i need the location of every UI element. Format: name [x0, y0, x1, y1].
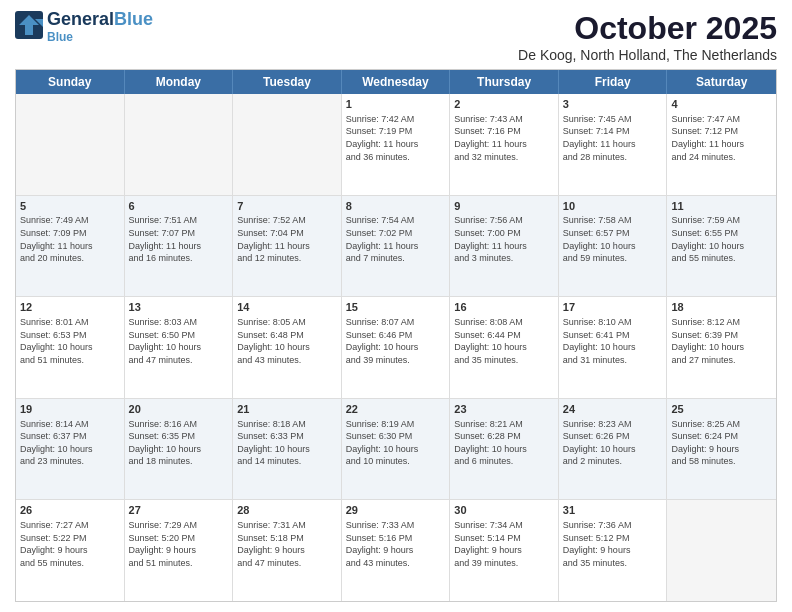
calendar-cell: 13Sunrise: 8:03 AM Sunset: 6:50 PM Dayli… — [125, 297, 234, 398]
day-content: Sunrise: 8:25 AM Sunset: 6:24 PM Dayligh… — [671, 418, 772, 468]
calendar-cell: 24Sunrise: 8:23 AM Sunset: 6:26 PM Dayli… — [559, 399, 668, 500]
day-number: 26 — [20, 503, 120, 518]
calendar: Sunday Monday Tuesday Wednesday Thursday… — [15, 69, 777, 602]
header-friday: Friday — [559, 70, 668, 94]
calendar-row-2: 12Sunrise: 8:01 AM Sunset: 6:53 PM Dayli… — [16, 296, 776, 398]
logo-name: GeneralBlue — [47, 10, 153, 30]
day-number: 22 — [346, 402, 446, 417]
calendar-cell: 30Sunrise: 7:34 AM Sunset: 5:14 PM Dayli… — [450, 500, 559, 601]
day-number: 7 — [237, 199, 337, 214]
main-title: October 2025 — [518, 10, 777, 47]
calendar-row-3: 19Sunrise: 8:14 AM Sunset: 6:37 PM Dayli… — [16, 398, 776, 500]
logo: GeneralBlue Blue — [15, 10, 153, 44]
calendar-cell: 18Sunrise: 8:12 AM Sunset: 6:39 PM Dayli… — [667, 297, 776, 398]
calendar-cell: 20Sunrise: 8:16 AM Sunset: 6:35 PM Dayli… — [125, 399, 234, 500]
calendar-cell: 11Sunrise: 7:59 AM Sunset: 6:55 PM Dayli… — [667, 196, 776, 297]
calendar-cell: 19Sunrise: 8:14 AM Sunset: 6:37 PM Dayli… — [16, 399, 125, 500]
day-content: Sunrise: 8:12 AM Sunset: 6:39 PM Dayligh… — [671, 316, 772, 366]
day-content: Sunrise: 7:54 AM Sunset: 7:02 PM Dayligh… — [346, 214, 446, 264]
title-block: October 2025 De Koog, North Holland, The… — [518, 10, 777, 63]
calendar-cell: 1Sunrise: 7:42 AM Sunset: 7:19 PM Daylig… — [342, 94, 451, 195]
day-content: Sunrise: 7:47 AM Sunset: 7:12 PM Dayligh… — [671, 113, 772, 163]
day-content: Sunrise: 7:29 AM Sunset: 5:20 PM Dayligh… — [129, 519, 229, 569]
calendar-cell: 22Sunrise: 8:19 AM Sunset: 6:30 PM Dayli… — [342, 399, 451, 500]
day-content: Sunrise: 7:42 AM Sunset: 7:19 PM Dayligh… — [346, 113, 446, 163]
day-number: 14 — [237, 300, 337, 315]
calendar-cell — [16, 94, 125, 195]
day-content: Sunrise: 8:10 AM Sunset: 6:41 PM Dayligh… — [563, 316, 663, 366]
header-sunday: Sunday — [16, 70, 125, 94]
logo-tagline: Blue — [47, 30, 153, 44]
header-wednesday: Wednesday — [342, 70, 451, 94]
calendar-cell — [233, 94, 342, 195]
day-number: 29 — [346, 503, 446, 518]
calendar-cell: 12Sunrise: 8:01 AM Sunset: 6:53 PM Dayli… — [16, 297, 125, 398]
day-content: Sunrise: 7:52 AM Sunset: 7:04 PM Dayligh… — [237, 214, 337, 264]
calendar-cell: 2Sunrise: 7:43 AM Sunset: 7:16 PM Daylig… — [450, 94, 559, 195]
day-number: 13 — [129, 300, 229, 315]
header-monday: Monday — [125, 70, 234, 94]
calendar-cell: 27Sunrise: 7:29 AM Sunset: 5:20 PM Dayli… — [125, 500, 234, 601]
calendar-cell: 6Sunrise: 7:51 AM Sunset: 7:07 PM Daylig… — [125, 196, 234, 297]
calendar-cell: 28Sunrise: 7:31 AM Sunset: 5:18 PM Dayli… — [233, 500, 342, 601]
day-content: Sunrise: 7:33 AM Sunset: 5:16 PM Dayligh… — [346, 519, 446, 569]
day-content: Sunrise: 8:08 AM Sunset: 6:44 PM Dayligh… — [454, 316, 554, 366]
calendar-body: 1Sunrise: 7:42 AM Sunset: 7:19 PM Daylig… — [16, 94, 776, 601]
day-number: 30 — [454, 503, 554, 518]
day-content: Sunrise: 7:56 AM Sunset: 7:00 PM Dayligh… — [454, 214, 554, 264]
calendar-cell: 17Sunrise: 8:10 AM Sunset: 6:41 PM Dayli… — [559, 297, 668, 398]
day-number: 31 — [563, 503, 663, 518]
day-number: 12 — [20, 300, 120, 315]
day-content: Sunrise: 7:43 AM Sunset: 7:16 PM Dayligh… — [454, 113, 554, 163]
day-content: Sunrise: 8:07 AM Sunset: 6:46 PM Dayligh… — [346, 316, 446, 366]
calendar-header-row: Sunday Monday Tuesday Wednesday Thursday… — [16, 70, 776, 94]
day-number: 28 — [237, 503, 337, 518]
day-content: Sunrise: 7:36 AM Sunset: 5:12 PM Dayligh… — [563, 519, 663, 569]
day-number: 23 — [454, 402, 554, 417]
day-number: 24 — [563, 402, 663, 417]
header-tuesday: Tuesday — [233, 70, 342, 94]
day-number: 9 — [454, 199, 554, 214]
day-number: 2 — [454, 97, 554, 112]
day-content: Sunrise: 8:18 AM Sunset: 6:33 PM Dayligh… — [237, 418, 337, 468]
calendar-cell: 10Sunrise: 7:58 AM Sunset: 6:57 PM Dayli… — [559, 196, 668, 297]
day-content: Sunrise: 8:14 AM Sunset: 6:37 PM Dayligh… — [20, 418, 120, 468]
day-number: 21 — [237, 402, 337, 417]
day-content: Sunrise: 8:05 AM Sunset: 6:48 PM Dayligh… — [237, 316, 337, 366]
day-content: Sunrise: 7:49 AM Sunset: 7:09 PM Dayligh… — [20, 214, 120, 264]
calendar-cell: 8Sunrise: 7:54 AM Sunset: 7:02 PM Daylig… — [342, 196, 451, 297]
page: GeneralBlue Blue October 2025 De Koog, N… — [0, 0, 792, 612]
calendar-cell: 9Sunrise: 7:56 AM Sunset: 7:00 PM Daylig… — [450, 196, 559, 297]
calendar-cell: 31Sunrise: 7:36 AM Sunset: 5:12 PM Dayli… — [559, 500, 668, 601]
logo-icon — [15, 11, 43, 43]
day-number: 5 — [20, 199, 120, 214]
calendar-cell: 26Sunrise: 7:27 AM Sunset: 5:22 PM Dayli… — [16, 500, 125, 601]
header: GeneralBlue Blue October 2025 De Koog, N… — [15, 10, 777, 63]
day-number: 10 — [563, 199, 663, 214]
day-content: Sunrise: 7:27 AM Sunset: 5:22 PM Dayligh… — [20, 519, 120, 569]
day-content: Sunrise: 7:51 AM Sunset: 7:07 PM Dayligh… — [129, 214, 229, 264]
day-content: Sunrise: 8:21 AM Sunset: 6:28 PM Dayligh… — [454, 418, 554, 468]
header-thursday: Thursday — [450, 70, 559, 94]
calendar-cell: 15Sunrise: 8:07 AM Sunset: 6:46 PM Dayli… — [342, 297, 451, 398]
day-content: Sunrise: 8:19 AM Sunset: 6:30 PM Dayligh… — [346, 418, 446, 468]
calendar-cell — [667, 500, 776, 601]
day-content: Sunrise: 7:59 AM Sunset: 6:55 PM Dayligh… — [671, 214, 772, 264]
day-number: 19 — [20, 402, 120, 417]
day-number: 27 — [129, 503, 229, 518]
calendar-cell: 29Sunrise: 7:33 AM Sunset: 5:16 PM Dayli… — [342, 500, 451, 601]
day-number: 17 — [563, 300, 663, 315]
day-content: Sunrise: 8:01 AM Sunset: 6:53 PM Dayligh… — [20, 316, 120, 366]
day-number: 16 — [454, 300, 554, 315]
header-saturday: Saturday — [667, 70, 776, 94]
day-content: Sunrise: 7:31 AM Sunset: 5:18 PM Dayligh… — [237, 519, 337, 569]
calendar-cell — [125, 94, 234, 195]
day-number: 4 — [671, 97, 772, 112]
sub-title: De Koog, North Holland, The Netherlands — [518, 47, 777, 63]
day-number: 20 — [129, 402, 229, 417]
day-number: 11 — [671, 199, 772, 214]
calendar-cell: 3Sunrise: 7:45 AM Sunset: 7:14 PM Daylig… — [559, 94, 668, 195]
day-number: 18 — [671, 300, 772, 315]
day-content: Sunrise: 7:45 AM Sunset: 7:14 PM Dayligh… — [563, 113, 663, 163]
calendar-cell: 4Sunrise: 7:47 AM Sunset: 7:12 PM Daylig… — [667, 94, 776, 195]
